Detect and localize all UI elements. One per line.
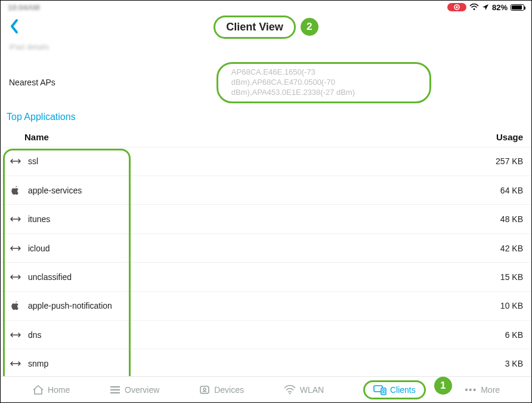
- svg-point-1: [456, 6, 458, 8]
- app-usage: 6 KB: [505, 330, 523, 340]
- nav-devices[interactable]: Devices: [199, 384, 244, 395]
- status-left-blur: 10:04AM: [8, 3, 39, 12]
- table-row[interactable]: apple-push-notification10 KB: [1, 292, 531, 321]
- app-usage: 64 KB: [500, 186, 523, 195]
- location-icon: [482, 4, 489, 11]
- status-bar: 10:04AM 82%: [1, 1, 531, 14]
- bidirectional-arrow-icon: [9, 216, 22, 222]
- table-row[interactable]: itunes48 KB: [1, 205, 531, 233]
- column-name: Name: [24, 132, 49, 142]
- table-row[interactable]: unclassified15 KB: [1, 263, 531, 291]
- devices-icon: [199, 384, 211, 395]
- apple-icon: [9, 301, 22, 310]
- home-icon: [32, 384, 44, 395]
- table-row[interactable]: ssl257 KB: [1, 147, 531, 176]
- applications-list: ssl257 KBapple-services64 KBitunes48 KBi…: [1, 147, 531, 403]
- more-icon: •••: [465, 385, 477, 395]
- nearest-aps-detail: AP68CA.E46E.1650(-73 dBm),AP68CA.E470.05…: [216, 62, 431, 103]
- nearest-aps-label: Nearest APs: [9, 78, 55, 87]
- app-name: ssl: [28, 156, 38, 166]
- nav-overview[interactable]: Overview: [109, 385, 159, 395]
- top-applications-title[interactable]: Top Applications: [7, 112, 531, 122]
- nav-wlan[interactable]: WLAN: [283, 385, 324, 395]
- app-usage: 48 KB: [500, 214, 523, 224]
- svg-point-8: [289, 392, 290, 393]
- nav-overview-label: Overview: [125, 385, 159, 395]
- bidirectional-arrow-icon: [9, 274, 22, 280]
- app-usage: 42 KB: [500, 244, 523, 253]
- nav-clients[interactable]: Clients 1: [363, 380, 426, 399]
- nav-more[interactable]: ••• More: [465, 385, 500, 395]
- bidirectional-arrow-icon: [9, 361, 22, 367]
- table-row[interactable]: apple-services64 KB: [1, 176, 531, 205]
- app-usage: 15 KB: [500, 272, 523, 282]
- menu-icon: [109, 386, 121, 394]
- app-name: apple-services: [28, 186, 82, 195]
- app-usage: 257 KB: [496, 156, 523, 166]
- header: Client View 2: [1, 14, 531, 40]
- status-right: 82%: [447, 3, 524, 12]
- wifi-icon: [469, 4, 479, 11]
- nearest-aps-row: Nearest APs AP68CA.E46E.1650(-73 dBm),AP…: [1, 62, 531, 103]
- table-row[interactable]: dns6 KB: [1, 321, 531, 349]
- nav-home[interactable]: Home: [32, 384, 70, 395]
- step-badge-1: 1: [434, 377, 452, 395]
- svg-rect-6: [200, 386, 209, 393]
- battery-icon: [511, 4, 524, 11]
- svg-point-7: [203, 388, 206, 390]
- app-name: icloud: [28, 244, 50, 253]
- nav-devices-label: Devices: [214, 385, 244, 395]
- step-badge-2: 2: [301, 18, 318, 36]
- app-name: apple-push-notification: [28, 301, 112, 310]
- app-name: unclassified: [28, 272, 72, 282]
- nav-clients-label: Clients: [390, 385, 416, 395]
- app-usage: 10 KB: [500, 301, 523, 310]
- app-name: dns: [28, 330, 42, 340]
- subtitle-blur: iPad details: [9, 42, 531, 51]
- svg-point-2: [474, 8, 475, 10]
- table-row[interactable]: icloud42 KB: [1, 234, 531, 263]
- table-row[interactable]: snmp3 KB: [1, 349, 531, 378]
- table-header: Name Usage: [1, 126, 531, 147]
- bidirectional-arrow-icon: [9, 332, 22, 338]
- column-usage: Usage: [496, 132, 523, 142]
- bidirectional-arrow-icon: [9, 158, 22, 164]
- battery-percent: 82%: [492, 3, 508, 12]
- screen-recording-pill: [447, 3, 466, 11]
- apple-icon: [9, 186, 22, 195]
- nav-more-label: More: [481, 385, 500, 395]
- bidirectional-arrow-icon: [9, 245, 22, 251]
- nav-home-label: Home: [48, 385, 70, 395]
- back-button[interactable]: [10, 19, 19, 34]
- app-name: snmp: [28, 359, 48, 368]
- app-name: itunes: [28, 214, 50, 224]
- wlan-icon: [283, 385, 296, 395]
- nav-wlan-label: WLAN: [300, 385, 324, 395]
- bottom-nav: Home Overview Devices WLAN Clients 1 •••…: [1, 376, 531, 402]
- page-title: Client View: [214, 16, 296, 39]
- app-usage: 3 KB: [505, 359, 523, 368]
- clients-icon: [373, 384, 386, 395]
